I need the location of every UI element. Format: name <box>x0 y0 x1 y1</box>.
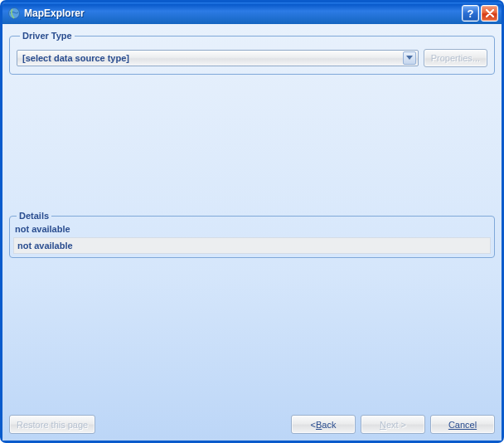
details-group: Details not available not available <box>9 211 495 258</box>
driver-type-legend: Driver Type <box>20 31 75 41</box>
driver-type-value: [select data source type] <box>22 53 403 63</box>
properties-button[interactable]: Properties... <box>424 49 487 67</box>
details-legend: Details <box>17 211 51 221</box>
flex-spacer <box>9 263 495 410</box>
window-title: MapExplorer <box>24 7 460 19</box>
titlebar: MapExplorer ? <box>2 2 502 24</box>
wizard-footer: Restore this page < Back Next > Cancel <box>9 410 495 434</box>
app-icon <box>7 7 21 20</box>
close-button[interactable] <box>481 5 498 22</box>
combo-dropdown-button[interactable] <box>403 51 416 65</box>
details-line-2: not available <box>13 237 491 254</box>
chevron-down-icon <box>406 56 413 61</box>
content-spacer <box>9 80 495 211</box>
close-icon <box>486 9 494 17</box>
driver-row: [select data source type] Properties... <box>17 49 487 67</box>
dialog-window: MapExplorer ? Driver Type [select data s… <box>0 0 504 443</box>
details-line-1: not available <box>13 222 491 236</box>
driver-type-group: Driver Type [select data source type] Pr… <box>9 31 495 75</box>
help-icon: ? <box>468 8 474 19</box>
restore-page-button[interactable]: Restore this page <box>9 415 95 434</box>
next-button[interactable]: Next > <box>361 415 425 434</box>
driver-type-combo[interactable]: [select data source type] <box>17 50 419 66</box>
back-button[interactable]: < Back <box>291 415 356 434</box>
client-area: Driver Type [select data source type] Pr… <box>2 24 502 441</box>
help-button[interactable]: ? <box>462 5 479 22</box>
cancel-button[interactable]: Cancel <box>430 415 495 434</box>
